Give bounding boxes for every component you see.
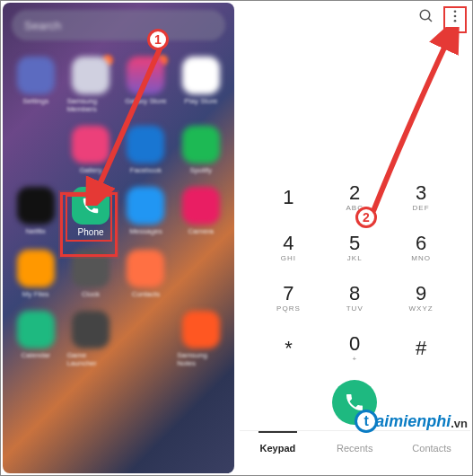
app-camera[interactable]: Camera [177, 187, 224, 237]
app-grid: Settings Samsung Members Galaxy Store Pl… [3, 48, 234, 367]
home-screen: Search Settings Samsung Members Galaxy S… [3, 3, 234, 473]
app-galaxy-store[interactable]: Galaxy Store [122, 57, 170, 113]
search-placeholder: Search [24, 19, 61, 32]
app-contacts[interactable]: Contacts [122, 250, 170, 298]
app-samsung-members[interactable]: Samsung Members [66, 57, 114, 113]
watermark: t aimienphi .vn [355, 410, 468, 433]
key-8[interactable]: 8TUV [321, 272, 388, 322]
highlight-phone-inner [66, 195, 112, 242]
key-3[interactable]: 3DEF [388, 172, 454, 222]
watermark-logo: t [355, 410, 378, 433]
app-play-store[interactable]: Play Store [177, 57, 224, 113]
app-netflix[interactable]: Netflix [12, 187, 59, 237]
dialer-toolbar [240, 3, 471, 30]
dialer-screen: 1 2ABC 3DEF 4GHI 5JKL 6MNO 7PQRS 8TUV 9W… [240, 3, 471, 473]
key-star[interactable]: * [256, 322, 322, 373]
number-display-area [240, 30, 471, 172]
app-facebook[interactable]: Facebook [122, 126, 170, 174]
key-9[interactable]: 9WXYZ [388, 272, 454, 322]
key-1[interactable]: 1 [256, 172, 322, 222]
key-5[interactable]: 5JKL [321, 222, 388, 272]
search-icon[interactable] [418, 8, 434, 24]
app-my-files[interactable]: My Files [12, 250, 59, 298]
tab-keypad[interactable]: Keypad [240, 431, 317, 464]
app-gallery[interactable]: Gallery [66, 126, 114, 174]
key-hash[interactable]: # [388, 322, 454, 373]
annotation-step-2: 2 [355, 207, 377, 228]
key-7[interactable]: 7PQRS [256, 272, 322, 322]
key-6[interactable]: 6MNO [388, 222, 454, 272]
app-samsung-notes[interactable]: Samsung Notes [177, 311, 224, 367]
app-messages[interactable]: Messages [122, 187, 170, 237]
annotation-step-1: 1 [147, 29, 169, 50]
key-4[interactable]: 4GHI [256, 222, 322, 272]
tab-contacts[interactable]: Contacts [393, 431, 470, 464]
app-calendar[interactable]: Calendar [12, 311, 59, 367]
key-0[interactable]: 0+ [321, 322, 388, 373]
key-2[interactable]: 2ABC [321, 172, 388, 222]
svg-point-0 [420, 10, 430, 20]
watermark-suffix: .vn [451, 417, 468, 430]
app-game-launcher[interactable]: Game Launcher [66, 311, 114, 367]
dialer-panel: 1 2ABC 3DEF 4GHI 5JKL 6MNO 7PQRS 8TUV 9W… [237, 0, 474, 476]
search-bar[interactable]: Search [12, 10, 225, 40]
watermark-text: aimienphi [375, 412, 451, 431]
app-settings[interactable]: Settings [12, 57, 59, 113]
svg-line-1 [428, 18, 432, 22]
app-clock[interactable]: Clock [66, 250, 114, 298]
keypad: 1 2ABC 3DEF 4GHI 5JKL 6MNO 7PQRS 8TUV 9W… [240, 172, 471, 373]
tab-recents[interactable]: Recents [316, 431, 393, 464]
bottom-tabs: Keypad Recents Contacts [240, 430, 471, 464]
app-spotify[interactable]: Spotify [177, 126, 224, 174]
home-screen-panel: Search Settings Samsung Members Galaxy S… [0, 0, 237, 476]
highlight-more-options [443, 6, 467, 33]
